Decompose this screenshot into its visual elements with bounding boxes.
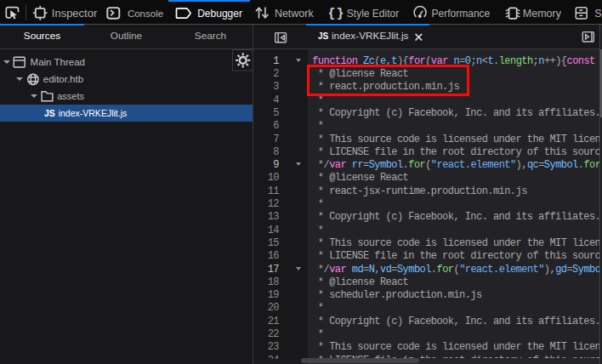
svg-text:{ }: { } <box>328 7 344 21</box>
